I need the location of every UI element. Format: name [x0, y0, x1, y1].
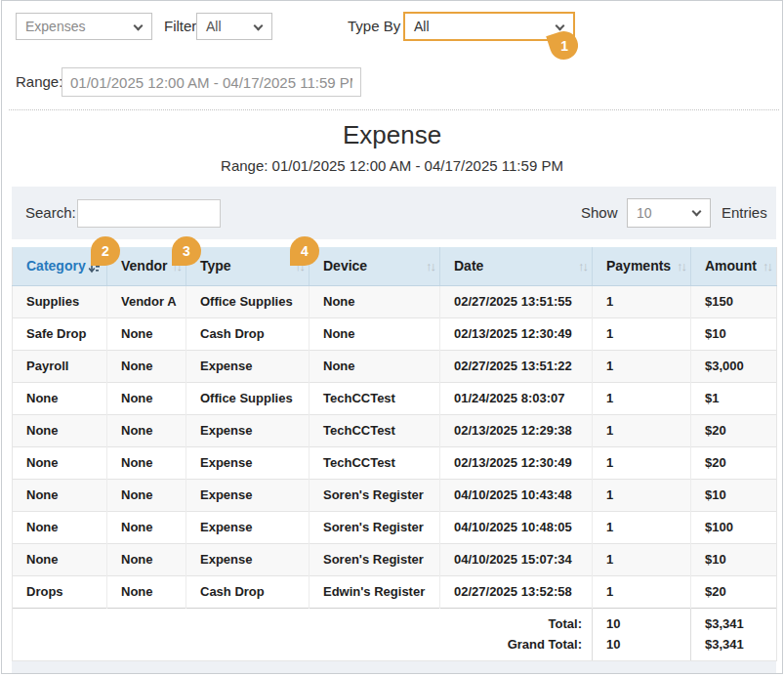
- table-row: SuppliesVendor AOffice SuppliesNone02/27…: [13, 285, 777, 317]
- chevron-down-icon: [692, 207, 702, 217]
- filter-label: Filter: [164, 18, 196, 34]
- column-header-payments[interactable]: Payments↑↓: [593, 247, 691, 285]
- cell-vendor: None: [107, 446, 186, 479]
- column-header-label: Amount: [705, 258, 757, 274]
- cell-vendor: None: [107, 350, 186, 382]
- cell-category: None: [13, 479, 107, 511]
- cell-category: None: [13, 543, 107, 575]
- sort-both-icon: ↑↓: [677, 259, 685, 274]
- column-header-label: Category: [26, 258, 86, 274]
- cell-date: 02/27/2025 13:51:55: [440, 285, 593, 317]
- search-input[interactable]: [77, 199, 221, 228]
- cell-category: Drops: [13, 575, 107, 608]
- cell-category: None: [13, 414, 107, 446]
- filter-select-value: All: [206, 19, 222, 34]
- cell-type: Expense: [186, 543, 309, 575]
- table-row: Safe DropNoneCash DropNone02/13/2025 12:…: [13, 317, 777, 350]
- table-row: NoneNoneExpenseSoren's Register04/10/202…: [13, 479, 777, 511]
- chevron-down-icon: [134, 21, 144, 31]
- cell-type: Expense: [186, 350, 309, 382]
- column-header-label: Device: [323, 258, 367, 274]
- cell-date: 02/27/2025 13:51:22: [440, 350, 593, 382]
- cell-date: 02/13/2025 12:29:38: [440, 414, 593, 446]
- callout-badge-2: 2: [91, 236, 120, 266]
- table-row: PayrollNoneExpenseNone02/27/2025 13:51:2…: [13, 350, 777, 382]
- cell-payments: 1: [593, 543, 691, 575]
- cell-device: None: [309, 350, 440, 382]
- page-size-select[interactable]: 10: [627, 198, 711, 228]
- table-bottom-bar: [12, 661, 776, 674]
- page-size-select-value: 10: [637, 205, 652, 221]
- cell-amount: $20: [691, 575, 777, 608]
- column-header-label: Payments: [606, 258, 671, 274]
- column-header-label: Vendor: [121, 258, 167, 274]
- cell-payments: 1: [593, 575, 691, 608]
- cell-type: Office Supplies: [186, 285, 309, 317]
- filter-select[interactable]: All: [196, 13, 272, 40]
- cell-category: Supplies: [13, 285, 107, 317]
- cell-payments: 1: [593, 511, 691, 543]
- table-row: NoneNoneExpenseTechCCTest02/13/2025 12:3…: [13, 446, 777, 479]
- cell-device: TechCCTest: [309, 382, 440, 414]
- table-controls-bar: Search: Show 10 Entries: [12, 187, 776, 239]
- total-label: Total:: [13, 608, 593, 634]
- cell-date: 01/24/2025 8:03:07: [440, 382, 593, 414]
- table-row: DropsNoneCash DropEdwin's Register02/27/…: [13, 575, 777, 608]
- cell-amount: $3,000: [691, 350, 777, 382]
- cell-category: Safe Drop: [13, 317, 107, 350]
- total-payments: 10: [593, 608, 691, 634]
- cell-vendor: None: [107, 382, 186, 414]
- cell-category: Payroll: [13, 350, 107, 382]
- grand-total-row: Grand Total: 10 $3,341: [13, 634, 777, 661]
- column-header-device[interactable]: Device↑↓: [309, 247, 440, 285]
- cell-date: 02/27/2025 13:52:58: [440, 575, 593, 608]
- cell-type: Expense: [186, 414, 309, 446]
- dotted-divider: [9, 109, 779, 110]
- table-row: NoneNoneOffice SuppliesTechCCTest01/24/2…: [13, 382, 777, 414]
- table-footer: Total: 10 $3,341 Grand Total: 10 $3,341: [13, 608, 777, 660]
- column-header-amount[interactable]: Amount↑↓: [691, 247, 777, 285]
- range-label: Range:: [16, 73, 62, 90]
- cell-date: 04/10/2025 15:07:34: [440, 543, 593, 575]
- page-title: Expense: [2, 120, 782, 150]
- cell-vendor: None: [107, 575, 186, 608]
- table-row: NoneNoneExpenseSoren's Register04/10/202…: [13, 543, 777, 575]
- cell-device: None: [309, 285, 440, 317]
- cell-vendor: None: [107, 479, 186, 511]
- entries-label: Entries: [722, 204, 767, 221]
- chevron-down-icon: [556, 21, 565, 31]
- cell-type: Office Supplies: [186, 382, 309, 414]
- cell-vendor: None: [107, 414, 186, 446]
- cell-amount: $150: [691, 285, 777, 317]
- cell-date: 02/13/2025 12:30:49: [440, 317, 593, 350]
- range-input[interactable]: [62, 67, 361, 97]
- cell-vendor: None: [107, 543, 186, 575]
- cell-vendor: Vendor A: [107, 285, 186, 317]
- cell-device: None: [309, 317, 440, 350]
- table-header-row: CategoryVendor↑↓Type↑↓Device↑↓Date↑↓Paym…: [13, 247, 777, 285]
- cell-device: TechCCTest: [309, 446, 440, 479]
- cell-amount: $1: [691, 382, 777, 414]
- callout-badge-4: 4: [290, 236, 319, 266]
- report-type-select[interactable]: Expenses: [16, 13, 152, 40]
- sort-both-icon: ↑↓: [426, 259, 434, 274]
- total-amount: $3,341: [691, 608, 777, 634]
- show-label: Show: [581, 204, 618, 221]
- column-header-label: Date: [454, 258, 483, 274]
- report-type-select-value: Expenses: [25, 19, 85, 34]
- cell-payments: 1: [593, 382, 691, 414]
- cell-device: Soren's Register: [309, 479, 440, 511]
- cell-amount: $10: [691, 543, 777, 575]
- search-label: Search:: [25, 204, 76, 221]
- grand-total-label: Grand Total:: [13, 634, 593, 661]
- cell-amount: $10: [691, 479, 777, 511]
- cell-category: None: [13, 382, 107, 414]
- grand-total-payments: 10: [593, 634, 691, 661]
- cell-payments: 1: [593, 317, 691, 350]
- column-header-date[interactable]: Date↑↓: [440, 247, 593, 285]
- cell-payments: 1: [593, 446, 691, 479]
- cell-type: Expense: [186, 446, 309, 479]
- cell-payments: 1: [593, 414, 691, 446]
- total-row: Total: 10 $3,341: [13, 608, 777, 634]
- cell-vendor: None: [107, 511, 186, 543]
